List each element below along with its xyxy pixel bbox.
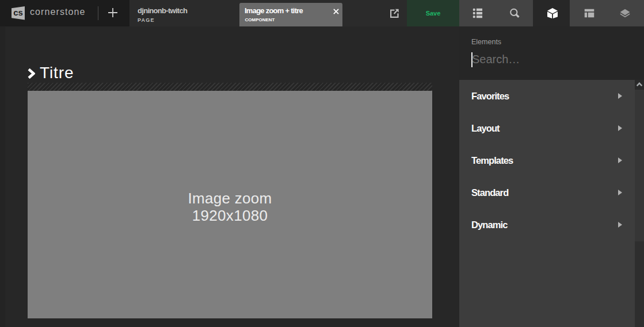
svg-text:cs: cs: [13, 7, 23, 17]
